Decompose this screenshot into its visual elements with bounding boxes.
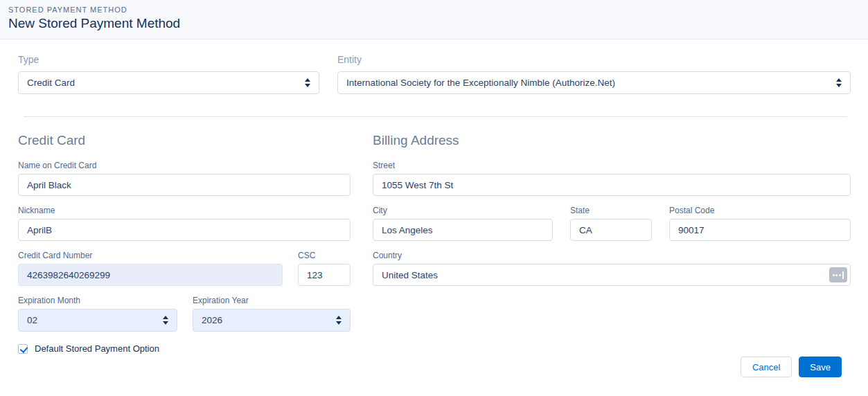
default-option-row: Default Stored Payment Option (18, 343, 351, 354)
type-label: Type (18, 54, 319, 65)
country-input[interactable] (373, 264, 851, 286)
cancel-button[interactable]: Cancel (741, 357, 792, 377)
default-option-checkbox[interactable] (18, 344, 28, 354)
name-on-card-field-group: Name on Credit Card (18, 161, 351, 196)
expiration-year-value: 2026 (202, 315, 222, 325)
entity-select-value: International Society for the Exceptiona… (346, 78, 615, 88)
state-input[interactable] (570, 219, 652, 241)
select-stepper-icon (836, 78, 842, 87)
entity-label: Entity (337, 54, 851, 65)
expiration-month-field-group: Expiration Month 02 (18, 296, 177, 332)
city-state-postal-row: City State Postal Code (373, 206, 851, 241)
section-divider (24, 116, 847, 117)
expiration-year-label: Expiration Year (193, 296, 351, 305)
ellipsis-icon (833, 274, 835, 276)
name-on-card-label: Name on Credit Card (18, 161, 351, 170)
name-on-card-input[interactable] (18, 174, 351, 196)
postal-code-label: Postal Code (669, 206, 851, 215)
city-label: City (373, 206, 553, 215)
nickname-field-group: Nickname (18, 206, 351, 241)
country-input-wrap (373, 264, 851, 286)
page-header: Stored Payment Method New Stored Payment… (0, 0, 868, 39)
select-stepper-icon (163, 316, 168, 325)
state-field-group: State (570, 206, 652, 241)
country-field-group: Country (373, 251, 851, 286)
save-button[interactable]: Save (799, 357, 842, 377)
city-input[interactable] (373, 219, 553, 241)
type-select[interactable]: Credit Card (18, 71, 319, 94)
select-stepper-icon (336, 316, 342, 325)
csc-label: CSC (298, 251, 351, 260)
page-title: New Stored Payment Method (8, 16, 860, 31)
expiration-row: Expiration Month 02 Expiration Year 2026 (18, 296, 351, 332)
state-label: State (570, 206, 652, 215)
object-type-eyebrow: Stored Payment Method (8, 6, 860, 14)
default-option-label: Default Stored Payment Option (35, 343, 159, 354)
city-field-group: City (373, 206, 553, 241)
csc-input[interactable] (298, 264, 351, 286)
credit-card-section: Credit Card Name on Credit Card Nickname… (18, 133, 351, 354)
postal-code-input[interactable] (669, 219, 851, 241)
expiration-year-select[interactable]: 2026 (193, 309, 351, 332)
footer-actions: Cancel Save (18, 357, 851, 377)
billing-address-section: Billing Address Street City State Postal… (373, 133, 851, 354)
expiration-month-select[interactable]: 02 (18, 309, 177, 332)
card-number-row: Credit Card Number CSC (18, 251, 351, 286)
expiration-year-field-group: Expiration Year 2026 (193, 296, 351, 332)
country-label: Country (373, 251, 851, 260)
card-number-input[interactable] (18, 264, 283, 286)
select-stepper-icon (305, 78, 310, 87)
credit-card-section-title: Credit Card (18, 133, 351, 148)
card-number-label: Credit Card Number (18, 251, 283, 260)
street-label: Street (373, 161, 851, 170)
type-entity-row: Type Credit Card Entity International So… (18, 54, 851, 94)
postal-code-field-group: Postal Code (669, 206, 851, 241)
details-grid: Credit Card Name on Credit Card Nickname… (18, 133, 851, 354)
street-input[interactable] (373, 174, 851, 196)
entity-select[interactable]: International Society for the Exceptiona… (337, 71, 851, 94)
type-field-group: Type Credit Card (18, 54, 319, 94)
csc-field-group: CSC (298, 251, 351, 286)
form-content: Type Credit Card Entity International So… (0, 54, 868, 377)
nickname-input[interactable] (18, 219, 351, 241)
expiration-month-label: Expiration Month (18, 296, 177, 305)
street-field-group: Street (373, 161, 851, 196)
billing-address-section-title: Billing Address (373, 133, 851, 148)
entity-field-group: Entity International Society for the Exc… (337, 54, 851, 94)
expiration-month-value: 02 (27, 315, 37, 325)
card-number-field-group: Credit Card Number (18, 251, 283, 286)
type-select-value: Credit Card (27, 78, 75, 88)
country-lookup-button[interactable] (829, 267, 847, 282)
nickname-label: Nickname (18, 206, 351, 215)
